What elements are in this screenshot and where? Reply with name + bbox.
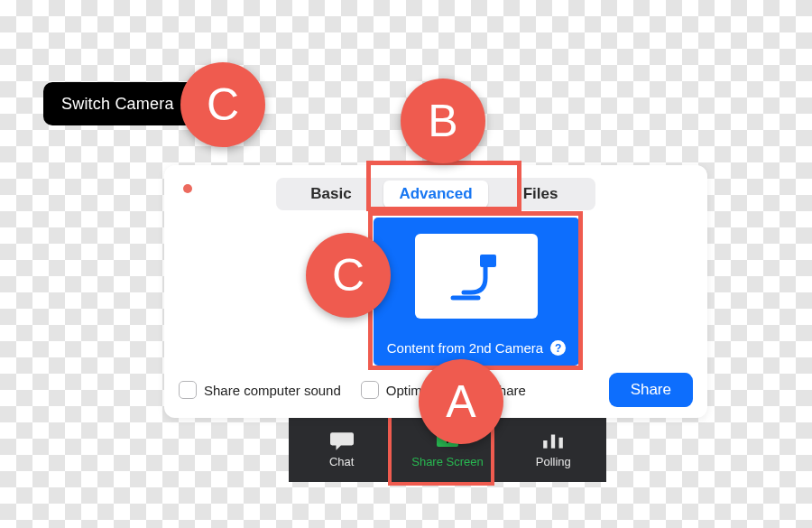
doc-camera-icon — [449, 249, 503, 303]
svg-rect-1 — [543, 440, 547, 449]
tab-advanced[interactable]: Advanced — [383, 181, 488, 208]
checkbox-box — [179, 381, 197, 399]
polling-icon — [541, 431, 565, 450]
toolbar-polling-label: Polling — [536, 455, 571, 468]
help-icon[interactable]: ? — [550, 340, 566, 356]
svg-rect-3 — [559, 438, 563, 449]
share-screen-icon — [436, 431, 459, 450]
svg-rect-2 — [551, 435, 555, 449]
toolbar-share-screen-label: Share Screen — [411, 455, 484, 468]
callout-b-advanced: B — [401, 79, 485, 163]
tab-basic[interactable]: Basic — [279, 181, 383, 208]
switch-camera-button[interactable]: Switch Camera — [43, 82, 198, 125]
toolbar-chat[interactable]: Chat — [289, 417, 394, 482]
second-camera-label: Content from 2nd Camera — [387, 340, 543, 356]
second-camera-thumb — [415, 234, 538, 319]
svg-rect-4 — [480, 255, 496, 267]
optimize-label: Optimize Screen Share — [386, 383, 526, 398]
second-camera-card[interactable]: Content from 2nd Camera ? — [374, 218, 579, 366]
optimize-checkbox[interactable]: Optimize Screen Share — [361, 381, 526, 399]
share-sound-label: Share computer sound — [204, 383, 341, 398]
share-screen-dialog: Basic Advanced Files Content from 2nd Ca… — [164, 165, 707, 418]
window-close-dot[interactable] — [183, 184, 192, 193]
toolbar-chat-label: Chat — [329, 455, 354, 468]
share-tabstrip: Basic Advanced Files — [276, 178, 595, 210]
meeting-toolbar: Chat Share Screen Polling — [289, 417, 606, 482]
tab-files[interactable]: Files — [488, 181, 593, 208]
share-options-row: Share computer sound Optimize Screen Sha… — [179, 373, 693, 407]
share-button[interactable]: Share — [609, 373, 693, 407]
toolbar-polling[interactable]: Polling — [501, 417, 606, 482]
share-computer-sound-checkbox[interactable]: Share computer sound — [179, 381, 341, 399]
toolbar-share-screen[interactable]: Share Screen — [394, 417, 500, 482]
checkbox-box — [361, 381, 379, 399]
chat-icon — [330, 431, 354, 450]
